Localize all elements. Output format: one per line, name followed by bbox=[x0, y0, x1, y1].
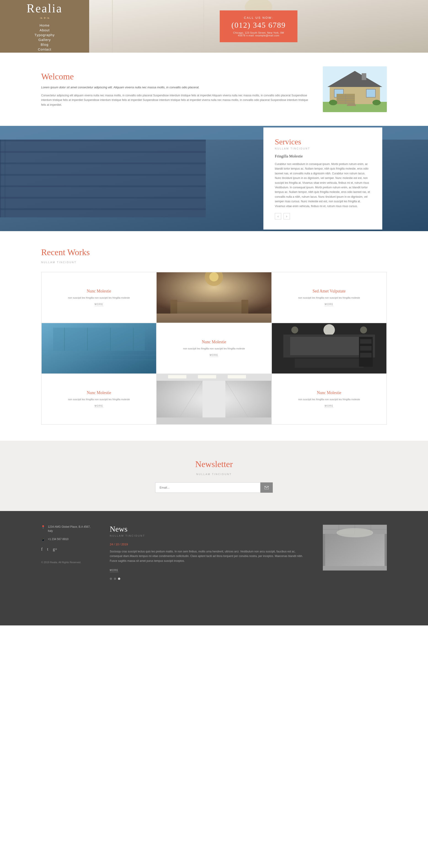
newsletter-email-input[interactable] bbox=[155, 483, 260, 493]
svg-rect-65 bbox=[198, 375, 216, 378]
house-svg bbox=[323, 66, 387, 112]
svg-rect-39 bbox=[170, 300, 177, 316]
svg-rect-80 bbox=[323, 566, 387, 570]
welcome-lead: Lorem ipsum dolor sit amet consectetur a… bbox=[41, 85, 309, 90]
news-dot-1[interactable] bbox=[110, 578, 112, 580]
nav-contact[interactable]: Contact bbox=[38, 48, 52, 51]
services-body: Curabitur non vestibulum in consequat ip… bbox=[275, 162, 371, 209]
work-1-more-btn[interactable]: MORE bbox=[95, 303, 103, 306]
news-more-btn[interactable]: MORE bbox=[110, 569, 119, 572]
footer-news-sub: NULLAM TINCIDUNT bbox=[110, 534, 304, 537]
services-navigation: ‹ › bbox=[275, 213, 371, 219]
svg-point-52 bbox=[291, 327, 298, 334]
work-5-title: Nunc Molestie bbox=[202, 340, 226, 344]
recent-works-header: Recent Works NULLAM TINCIDUNT bbox=[41, 247, 387, 264]
logo-title: Realia bbox=[27, 2, 63, 15]
footer-phone-text: +1 234 567 8910 bbox=[48, 537, 68, 541]
work-7-desc: non suscipti les fringilla non suscipti … bbox=[68, 398, 130, 402]
news-dot-3[interactable] bbox=[118, 578, 120, 580]
work-image-pool bbox=[41, 323, 156, 374]
svg-rect-20 bbox=[347, 105, 356, 106]
work-1-title: Nunc Molestie bbox=[87, 289, 111, 293]
work-item-5: Nunc Molestie non suscipti les fringilla… bbox=[156, 323, 271, 374]
work-3-title: Sed Amet Vulputate bbox=[312, 289, 346, 293]
svg-rect-19 bbox=[348, 104, 355, 105]
svg-point-21 bbox=[329, 100, 337, 105]
house-illustration bbox=[323, 66, 387, 112]
svg-rect-27 bbox=[0, 140, 206, 142]
newsletter-title: Newsletter bbox=[41, 459, 387, 469]
footer-contact: 📍 1234 AMG Globel Place, B.A 4567, Italy… bbox=[41, 525, 92, 612]
svg-rect-3 bbox=[112, 0, 113, 53]
welcome-body: Consectetur adipiscing elit aliquam vive… bbox=[41, 93, 309, 107]
welcome-text: Welcome Lorem ipsum dolor sit amet conse… bbox=[41, 71, 309, 107]
footer: 📍 1234 AMG Globel Place, B.A 4567, Italy… bbox=[0, 511, 428, 625]
svg-rect-46 bbox=[53, 328, 145, 350]
welcome-title: Welcome bbox=[41, 71, 309, 82]
work-item-7: Nunc Molestie non suscipti les fringilla… bbox=[41, 374, 156, 425]
work-5-more-btn[interactable]: MORE bbox=[210, 354, 218, 357]
nav-blog[interactable]: Blog bbox=[41, 42, 48, 46]
svg-rect-70 bbox=[203, 381, 225, 417]
svg-rect-33 bbox=[0, 208, 206, 210]
footer-social: f t g+ bbox=[41, 547, 92, 552]
svg-rect-67 bbox=[157, 417, 271, 424]
newsletter-submit-btn[interactable] bbox=[260, 483, 273, 493]
pool-image bbox=[42, 323, 156, 373]
footer-address-text: 1234 AMG Globel Place, B.A 4567, Italy bbox=[48, 525, 92, 533]
facebook-icon[interactable]: f bbox=[41, 547, 42, 552]
svg-rect-57 bbox=[295, 359, 364, 368]
svg-point-37 bbox=[209, 272, 219, 281]
twitter-icon[interactable]: t bbox=[47, 547, 48, 552]
recent-works-section: Recent Works NULLAM TINCIDUNT Nunc Moles… bbox=[0, 231, 428, 441]
work-image-living bbox=[156, 272, 271, 323]
services-prev-btn[interactable]: ‹ bbox=[275, 213, 281, 219]
nav-home[interactable]: Home bbox=[39, 23, 50, 27]
newsletter-section: Newsletter NULLAM TINCIDUNT bbox=[0, 441, 428, 511]
footer-phone-item: 📱 +1 234 567 8910 bbox=[41, 537, 92, 541]
nav-typography[interactable]: Typography bbox=[35, 33, 55, 37]
work-9-more-btn[interactable]: MORE bbox=[325, 405, 333, 408]
header: Realia ❧✦❧ Home About Typography Gallery… bbox=[0, 0, 428, 53]
header-brand: Realia ❧✦❧ Home About Typography Gallery… bbox=[0, 0, 89, 53]
footer-news: News NULLAM TINCIDUNT 24 / 10 / 2019 Soc… bbox=[110, 525, 304, 612]
welcome-section: Welcome Lorem ipsum dolor sit amet conse… bbox=[0, 53, 428, 126]
living-room-image bbox=[157, 272, 271, 323]
welcome-image bbox=[323, 66, 387, 112]
work-3-more-btn[interactable]: MORE bbox=[325, 303, 333, 306]
call-box: CALL US NOW: (012) 345 6789 Chicago, 123… bbox=[220, 10, 297, 42]
services-sub: NULLAM TINCIDUNT bbox=[275, 147, 371, 150]
svg-rect-56 bbox=[290, 337, 368, 355]
svg-rect-60 bbox=[360, 346, 371, 350]
work-1-desc: non suscipti les fringilla non suscipti … bbox=[68, 296, 130, 300]
newsletter-sub: NULLAM TINCIDUNT bbox=[41, 473, 387, 475]
services-next-btn[interactable]: › bbox=[284, 213, 290, 219]
svg-rect-4 bbox=[203, 0, 204, 53]
call-label: CALL US NOW: bbox=[231, 16, 286, 20]
svg-point-54 bbox=[360, 327, 367, 334]
recent-works-sub: NULLAM TINCIDUNT bbox=[41, 261, 387, 264]
svg-rect-11 bbox=[366, 89, 375, 97]
svg-rect-64 bbox=[168, 375, 186, 378]
svg-rect-40 bbox=[241, 300, 248, 316]
work-7-more-btn[interactable]: MORE bbox=[95, 405, 103, 408]
work-9-title: Nunc Molestie bbox=[317, 391, 341, 395]
footer-address-item: 📍 1234 AMG Globel Place, B.A 4567, Italy bbox=[41, 525, 92, 533]
work-3-desc: non suscipti les fringilla non suscipti … bbox=[298, 296, 360, 300]
googleplus-icon[interactable]: g+ bbox=[53, 547, 57, 552]
svg-rect-18 bbox=[362, 73, 366, 80]
nav-about[interactable]: About bbox=[39, 28, 50, 32]
services-title: Services bbox=[275, 137, 371, 146]
call-address: Chicago, 123 South Street, New York, 0M bbox=[231, 31, 286, 34]
works-grid: Nunc Molestie non suscipti les fringilla… bbox=[41, 272, 387, 425]
svg-rect-59 bbox=[360, 339, 371, 344]
nav-gallery[interactable]: Gallery bbox=[38, 38, 51, 42]
svg-rect-31 bbox=[0, 185, 206, 187]
footer-image-area bbox=[323, 525, 387, 612]
work-image-hallway bbox=[156, 374, 271, 425]
news-dot-2[interactable] bbox=[114, 578, 116, 580]
news-body: Sociosqu cras suscipti lectus quis leo p… bbox=[110, 549, 304, 563]
work-item-9: Nunc Molestie non suscipti les fringilla… bbox=[272, 374, 387, 425]
newsletter-form bbox=[41, 483, 387, 493]
svg-point-53 bbox=[323, 324, 335, 336]
